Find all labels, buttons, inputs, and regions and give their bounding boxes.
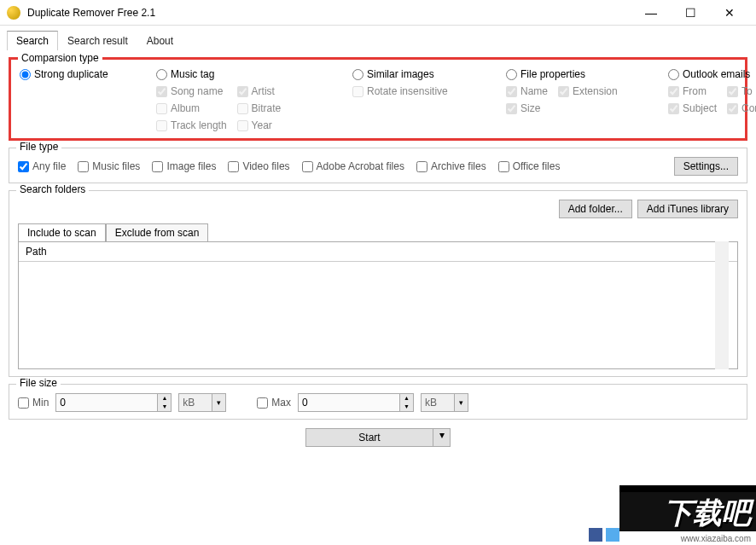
chevron-down-icon[interactable]: ▾ [455,393,468,412]
check-rotate-insensitive: Rotate insensitive [352,85,489,97]
add-folder-button[interactable]: Add folder... [559,200,632,218]
window-title: Duplicate Remover Free 2.1 [27,7,155,19]
comparsion-type-group: Comparsion type Strong duplicate Music t… [9,57,747,141]
app-icon [7,6,20,20]
minimize-button[interactable]: — [631,0,671,26]
radio-file-properties[interactable]: File properties [506,68,651,80]
file-size-legend: File size [16,377,61,389]
check-album: Album [156,102,227,114]
radio-strong-duplicate[interactable]: Strong duplicate [20,68,139,80]
tab-about[interactable]: About [137,31,183,50]
close-button[interactable]: ✕ [710,0,749,26]
radio-music-label: Music tag [171,68,214,80]
tab-exclude-scan[interactable]: Exclude from scan [106,223,209,241]
radio-music-tag[interactable]: Music tag [156,68,335,80]
check-from: From [668,85,717,97]
file-type-group: File type Any file Music files Image fil… [9,148,747,183]
check-size: Size [506,102,548,114]
min-spinner[interactable]: ▲▼ [158,393,172,412]
check-video-files[interactable]: Video files [228,160,289,172]
start-dropdown[interactable]: ▾ [433,428,451,447]
settings-button[interactable]: Settings... [674,157,738,176]
scan-tabs: Include to scan Exclude from scan [18,223,738,241]
check-song-name: Song name [156,85,227,97]
check-office-files[interactable]: Office files [498,160,561,172]
titlebar: Duplicate Remover Free 2.1 — ☐ ✕ [0,0,756,26]
radio-fileprops-label: File properties [520,68,585,80]
check-music-files[interactable]: Music files [78,160,140,172]
check-image-files[interactable]: Image files [152,160,216,172]
radio-outlook-label: Outlook emails [683,68,750,80]
check-track-length: Track length [156,119,227,131]
facebook-icon[interactable] [589,528,602,542]
comparsion-legend: Comparsion type [18,52,102,64]
check-archive-files[interactable]: Archive files [416,160,486,172]
tab-include-scan[interactable]: Include to scan [18,223,106,241]
radio-similar-images[interactable]: Similar images [352,68,489,80]
check-artist: Artist [237,85,282,97]
check-content: Content [727,102,756,114]
twitter-icon[interactable] [606,528,619,542]
check-bitrate: Bitrate [237,102,282,114]
search-folders-group: Search folders Add folder... Add iTunes … [9,190,747,377]
file-size-group: File size Min ▲▼ ▾ Max ▲▼ ▾ [9,384,747,420]
max-spinner[interactable]: ▲▼ [400,393,414,412]
watermark: 下载吧 www.xiazaiba.com [619,485,756,545]
check-max[interactable]: Max [257,397,291,409]
min-unit-select[interactable]: ▾ [178,393,226,412]
search-folders-legend: Search folders [16,183,89,195]
check-adobe-files[interactable]: Adobe Acrobat files [302,160,404,172]
file-type-legend: File type [16,141,61,153]
tab-search[interactable]: Search [7,31,58,50]
maximize-button[interactable]: ☐ [671,0,710,26]
check-year: Year [237,119,282,131]
check-min[interactable]: Min [18,397,49,409]
max-unit-select[interactable]: ▾ [421,393,468,412]
check-any-file[interactable]: Any file [18,160,66,172]
scrollbar[interactable] [715,241,729,369]
check-subject: Subject [668,102,717,114]
radio-outlook-emails[interactable]: Outlook emails [668,68,756,80]
radio-similar-label: Similar images [367,68,434,80]
radio-strong-label: Strong duplicate [34,68,108,80]
tab-search-result[interactable]: Search result [58,31,137,50]
main-tabs: Search Search result About [0,26,756,50]
chevron-down-icon[interactable]: ▾ [212,393,226,412]
social-icons [589,528,619,542]
check-to: To [727,85,756,97]
check-extension: Extension [558,85,618,97]
start-button[interactable]: Start [305,428,433,447]
path-header: Path [19,242,737,262]
path-table[interactable]: Path [18,241,738,369]
add-itunes-button[interactable]: Add iTunes library [637,200,738,218]
check-name: Name [506,85,548,97]
min-value-input[interactable]: ▲▼ [55,393,172,412]
max-value-input[interactable]: ▲▼ [298,393,414,412]
